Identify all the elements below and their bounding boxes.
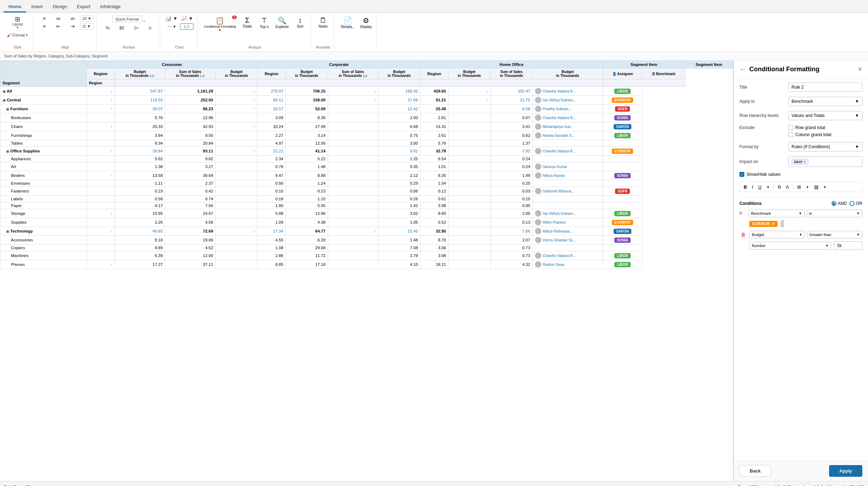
color-swatch[interactable]: [780, 220, 784, 227]
conditional-formatting-btn[interactable]: 📋 3 Conditional Formatting ▼: [202, 15, 238, 33]
display-btn[interactable]: ⚙ Display: [358, 15, 374, 30]
table-area[interactable]: Segment Consumer Corporate Home Office S…: [0, 61, 733, 481]
table-row: Machines6.3912.002.8611.722.793.080.73 C…: [0, 251, 733, 260]
indent-right-btn[interactable]: ⇥: [66, 23, 79, 30]
border-chevron[interactable]: ▼: [804, 185, 811, 190]
impact-on-input[interactable]: label ✕: [788, 156, 862, 167]
show-hide-checkbox[interactable]: [739, 172, 744, 177]
row-grand-total-checkbox[interactable]: [788, 125, 793, 130]
fill-chevron[interactable]: ▼: [822, 185, 828, 190]
tab-infobridge[interactable]: Infobridge: [95, 2, 126, 12]
euribor-tag-row: EURIBOR ✕: [749, 220, 862, 227]
format-btn[interactable]: 🖌 Format ▼: [5, 31, 30, 39]
corp-budget2-cell: ↑: [328, 96, 378, 105]
table-row: Chairs↑20.3342.93↑10.2427.996.6814.313.4…: [0, 122, 733, 131]
font-ab2-btn[interactable]: ab: [66, 16, 79, 21]
currency-btn[interactable]: $€: [115, 24, 129, 31]
zoom-decrease-btn[interactable]: −: [744, 485, 746, 486]
strikethrough-btn[interactable]: S: [776, 184, 783, 190]
c-budget2-cell: [215, 162, 258, 171]
italic-btn[interactable]: I: [750, 184, 755, 190]
last-page-btn[interactable]: ▶|: [827, 484, 831, 486]
indent-left-btn[interactable]: ⇤: [52, 23, 65, 30]
impact-tag-close[interactable]: ✕: [803, 160, 806, 164]
decimal-inc-btn[interactable]: .0+: [129, 25, 143, 31]
assignee-cell: Chandra Vadana R...: [535, 148, 601, 154]
row-hierarchy-select[interactable]: Values and Totals ▼: [788, 111, 862, 120]
align-lines2-btn[interactable]: ≡: [38, 23, 51, 30]
or-radio[interactable]: OR: [850, 201, 862, 206]
table-row: Accessories8.1019.064.556.201.488.702.07…: [0, 236, 733, 245]
paint-icon: 🖌: [7, 32, 12, 38]
corp-sales-cell: 0.23: [286, 187, 328, 196]
impact-on-label: Impact on: [739, 159, 785, 164]
tab-home[interactable]: Home: [4, 2, 26, 12]
fill-btn[interactable]: ▨: [812, 184, 820, 190]
cf-back-icon[interactable]: ←: [739, 66, 746, 73]
layout-btn[interactable]: ⊞ Layout ▼: [10, 15, 24, 30]
assignee-td: Chandra Vadana R...: [532, 147, 603, 156]
next-page-btn[interactable]: ▶: [822, 484, 824, 486]
decimal-dec-btn[interactable]: .0-: [143, 25, 157, 31]
ribbon-group-align: ≡ ab ab 19 ▼ ≡ ⇤ ⇥ ⊡ ▼ Align: [35, 14, 97, 50]
font-ab-btn[interactable]: ab: [52, 16, 65, 21]
format-by-select[interactable]: Rules (If Conditions) ▼: [788, 142, 862, 151]
cond2-value-input[interactable]: [834, 241, 862, 250]
cond2-field-select[interactable]: Budget ▼: [749, 231, 805, 239]
if-field-select[interactable]: Benchmark ▼: [749, 210, 805, 217]
page-input[interactable]: [800, 484, 810, 486]
c-sales-cell: 39.69: [165, 171, 215, 180]
table-row: ▣Furniture↑39.0786.23↑20.5752.0912.4225.…: [0, 105, 733, 113]
benchmark-td: SARON: [603, 122, 642, 131]
topn-btn[interactable]: ⊤ Top n: [257, 15, 272, 30]
cond2-type-select[interactable]: Number ▼: [749, 242, 831, 250]
align-lines-btn[interactable]: ≡: [38, 15, 51, 22]
chart-num-btn[interactable]: 1.2: [180, 23, 193, 30]
tab-export[interactable]: Export: [72, 2, 95, 12]
chart-type-btn[interactable]: 📊 ▼: [164, 15, 179, 22]
cond2-operator-select[interactable]: Greater than ▼: [807, 231, 863, 239]
first-page-btn[interactable]: |◀: [775, 484, 779, 486]
c-sales-cell: 24.67: [165, 209, 215, 218]
zoom-increase-btn[interactable]: +: [762, 485, 764, 486]
title-input[interactable]: [788, 83, 862, 92]
sort-btn[interactable]: ↕ Sort: [292, 15, 308, 30]
if-operator-select[interactable]: is ▼: [807, 210, 863, 217]
back-button[interactable]: Back: [739, 465, 771, 477]
tab-design[interactable]: Design: [48, 2, 72, 12]
c-budget2-cell: [215, 209, 258, 218]
prev-page-btn[interactable]: ◀: [782, 484, 785, 486]
sparkline-btn[interactable]: 〰 ▼: [165, 24, 179, 29]
quick-format-btn[interactable]: Quick Format: [112, 16, 142, 23]
c-arrow-cell: [86, 131, 114, 140]
cf-close-icon[interactable]: ✕: [858, 66, 862, 73]
font-size-btn[interactable]: 19 ▼: [80, 15, 94, 22]
settings-icon[interactable]: ⚙: [738, 484, 741, 486]
template-btn[interactable]: 📄 Templa...: [338, 15, 357, 30]
ho-budget-cell: 9.81: [378, 147, 420, 156]
delete-condition-btn[interactable]: 🗑: [739, 231, 747, 238]
apply-to-select[interactable]: Benchmark ▼: [788, 97, 862, 106]
trend-arrow: ↑: [111, 174, 112, 178]
percent-btn[interactable]: %: [101, 24, 114, 31]
totals-btn[interactable]: Σ Totals: [239, 15, 255, 30]
chart-format-btn[interactable]: 📈 ▼: [180, 15, 195, 22]
si-budget-cell: 0.15: [490, 196, 532, 202]
col-grand-total-checkbox[interactable]: [788, 132, 793, 137]
si-budget-cell: 4.32: [490, 260, 532, 269]
apply-button[interactable]: Apply: [829, 465, 862, 477]
underline-chevron[interactable]: ▼: [765, 185, 771, 190]
tab-insert[interactable]: Insert: [26, 2, 48, 12]
border-style-btn[interactable]: ⊞: [795, 184, 803, 190]
underline-btn[interactable]: U: [756, 184, 763, 190]
notes-btn[interactable]: 🗒 Notes: [315, 15, 331, 30]
ho-sales-cell: 0.52: [420, 218, 448, 227]
font-color-btn[interactable]: A: [784, 184, 791, 190]
euribor-close-btn[interactable]: ✕: [772, 222, 775, 226]
and-radio[interactable]: AND: [832, 201, 847, 206]
explorer-btn[interactable]: 🔍 Explorer: [274, 15, 291, 30]
border-btn[interactable]: ⊡ ▼: [80, 23, 94, 30]
cf-icon: 📋: [215, 16, 224, 25]
bold-btn[interactable]: B: [742, 184, 749, 190]
row-hierarchy-label: Row hierarchy levels: [739, 113, 785, 118]
